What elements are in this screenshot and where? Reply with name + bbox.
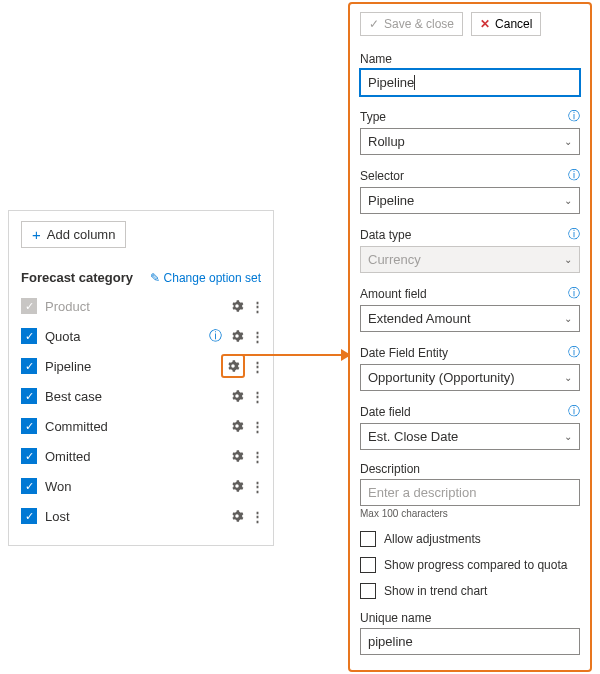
checkbox-omitted[interactable]: ✓ bbox=[21, 448, 37, 464]
chevron-down-icon: ⌄ bbox=[564, 431, 572, 442]
description-label: Description bbox=[360, 462, 420, 476]
data-type-label: Data type bbox=[360, 228, 411, 242]
cancel-button[interactable]: ✕ Cancel bbox=[471, 12, 541, 36]
row-label: Pipeline bbox=[45, 359, 213, 374]
data-type-value: Currency bbox=[368, 252, 421, 267]
more-icon[interactable]: ⋮ bbox=[251, 449, 261, 464]
checkbox-committed[interactable]: ✓ bbox=[21, 418, 37, 434]
column-properties-panel: ✓ Save & close ✕ Cancel Name Pipeline Ty… bbox=[348, 2, 592, 672]
unique-name-value: pipeline bbox=[368, 634, 413, 649]
chevron-down-icon: ⌄ bbox=[564, 136, 572, 147]
name-input[interactable]: Pipeline bbox=[360, 69, 580, 96]
category-row-product: ✓ Product ⋮ bbox=[21, 291, 261, 321]
description-input[interactable]: Enter a description bbox=[360, 479, 580, 506]
checkbox-quota[interactable]: ✓ bbox=[21, 328, 37, 344]
show-trend-label: Show in trend chart bbox=[384, 584, 487, 598]
gear-icon[interactable] bbox=[229, 388, 245, 404]
show-trend-checkbox[interactable] bbox=[360, 583, 376, 599]
allow-adjustments-row[interactable]: Allow adjustments bbox=[360, 531, 580, 547]
row-label: Quota bbox=[45, 329, 199, 344]
more-icon[interactable]: ⋮ bbox=[251, 509, 261, 524]
info-icon[interactable]: ⓘ bbox=[568, 285, 580, 302]
gear-icon[interactable] bbox=[229, 508, 245, 524]
close-icon: ✕ bbox=[480, 17, 490, 31]
category-row-omitted: ✓ Omitted ⋮ bbox=[21, 441, 261, 471]
chevron-down-icon: ⌄ bbox=[564, 254, 572, 265]
info-icon[interactable]: ⓘ bbox=[568, 167, 580, 184]
show-trend-row[interactable]: Show in trend chart bbox=[360, 583, 580, 599]
info-icon[interactable]: ⓘ bbox=[568, 344, 580, 361]
selector-select[interactable]: Pipeline ⌄ bbox=[360, 187, 580, 214]
gear-icon[interactable] bbox=[229, 448, 245, 464]
unique-name-input[interactable]: pipeline bbox=[360, 628, 580, 655]
checkbox-lost[interactable]: ✓ bbox=[21, 508, 37, 524]
forecast-category-header: Forecast category bbox=[21, 270, 133, 285]
date-field-value: Est. Close Date bbox=[368, 429, 458, 444]
more-icon[interactable]: ⋮ bbox=[251, 419, 261, 434]
type-select[interactable]: Rollup ⌄ bbox=[360, 128, 580, 155]
more-icon[interactable]: ⋮ bbox=[251, 299, 261, 314]
checkbox-bestcase[interactable]: ✓ bbox=[21, 388, 37, 404]
gear-icon[interactable] bbox=[229, 298, 245, 314]
amount-field-select[interactable]: Extended Amount ⌄ bbox=[360, 305, 580, 332]
date-field-entity-label: Date Field Entity bbox=[360, 346, 448, 360]
gear-icon-highlighted[interactable] bbox=[221, 354, 245, 378]
selector-value: Pipeline bbox=[368, 193, 414, 208]
checkbox-won[interactable]: ✓ bbox=[21, 478, 37, 494]
name-label: Name bbox=[360, 52, 392, 66]
forecast-category-panel: + Add column Forecast category ✎ Change … bbox=[8, 210, 274, 546]
plus-icon: + bbox=[32, 227, 41, 242]
allow-adjustments-label: Allow adjustments bbox=[384, 532, 481, 546]
info-icon[interactable]: ⓘ bbox=[207, 327, 223, 345]
unique-name-label: Unique name bbox=[360, 611, 431, 625]
description-placeholder: Enter a description bbox=[368, 485, 476, 500]
cancel-label: Cancel bbox=[495, 17, 532, 31]
show-progress-row[interactable]: Show progress compared to quota bbox=[360, 557, 580, 573]
category-row-lost: ✓ Lost ⋮ bbox=[21, 501, 261, 531]
add-column-button[interactable]: + Add column bbox=[21, 221, 126, 248]
gear-icon[interactable] bbox=[229, 328, 245, 344]
amount-field-label: Amount field bbox=[360, 287, 427, 301]
description-helper: Max 100 characters bbox=[360, 508, 580, 519]
chevron-down-icon: ⌄ bbox=[564, 372, 572, 383]
date-field-entity-select[interactable]: Opportunity (Opportunity) ⌄ bbox=[360, 364, 580, 391]
category-row-won: ✓ Won ⋮ bbox=[21, 471, 261, 501]
more-icon[interactable]: ⋮ bbox=[251, 359, 261, 374]
allow-adjustments-checkbox[interactable] bbox=[360, 531, 376, 547]
type-value: Rollup bbox=[368, 134, 405, 149]
row-label: Product bbox=[45, 299, 221, 314]
row-label: Omitted bbox=[45, 449, 221, 464]
date-field-entity-value: Opportunity (Opportunity) bbox=[368, 370, 515, 385]
check-icon: ✓ bbox=[369, 17, 379, 31]
info-icon[interactable]: ⓘ bbox=[568, 403, 580, 420]
more-icon[interactable]: ⋮ bbox=[251, 479, 261, 494]
category-row-quota: ✓ Quota ⓘ ⋮ bbox=[21, 321, 261, 351]
checkbox-pipeline[interactable]: ✓ bbox=[21, 358, 37, 374]
gear-icon[interactable] bbox=[229, 478, 245, 494]
row-label: Won bbox=[45, 479, 221, 494]
gear-icon[interactable] bbox=[229, 418, 245, 434]
type-label: Type bbox=[360, 110, 386, 124]
add-column-label: Add column bbox=[47, 227, 116, 242]
category-row-bestcase: ✓ Best case ⋮ bbox=[21, 381, 261, 411]
change-option-set-link[interactable]: ✎ Change option set bbox=[150, 271, 261, 285]
checkbox-product: ✓ bbox=[21, 298, 37, 314]
name-value: Pipeline bbox=[368, 75, 415, 90]
category-row-pipeline: ✓ Pipeline ⋮ bbox=[21, 351, 261, 381]
chevron-down-icon: ⌄ bbox=[564, 195, 572, 206]
show-progress-checkbox[interactable] bbox=[360, 557, 376, 573]
change-option-set-label: Change option set bbox=[164, 271, 261, 285]
info-icon[interactable]: ⓘ bbox=[568, 108, 580, 125]
category-row-committed: ✓ Committed ⋮ bbox=[21, 411, 261, 441]
date-field-select[interactable]: Est. Close Date ⌄ bbox=[360, 423, 580, 450]
chevron-down-icon: ⌄ bbox=[564, 313, 572, 324]
amount-field-value: Extended Amount bbox=[368, 311, 471, 326]
more-icon[interactable]: ⋮ bbox=[251, 389, 261, 404]
info-icon[interactable]: ⓘ bbox=[568, 226, 580, 243]
callout-arrow bbox=[240, 354, 350, 356]
row-label: Committed bbox=[45, 419, 221, 434]
save-close-button[interactable]: ✓ Save & close bbox=[360, 12, 463, 36]
more-icon[interactable]: ⋮ bbox=[251, 329, 261, 344]
date-field-label: Date field bbox=[360, 405, 411, 419]
row-label: Lost bbox=[45, 509, 221, 524]
